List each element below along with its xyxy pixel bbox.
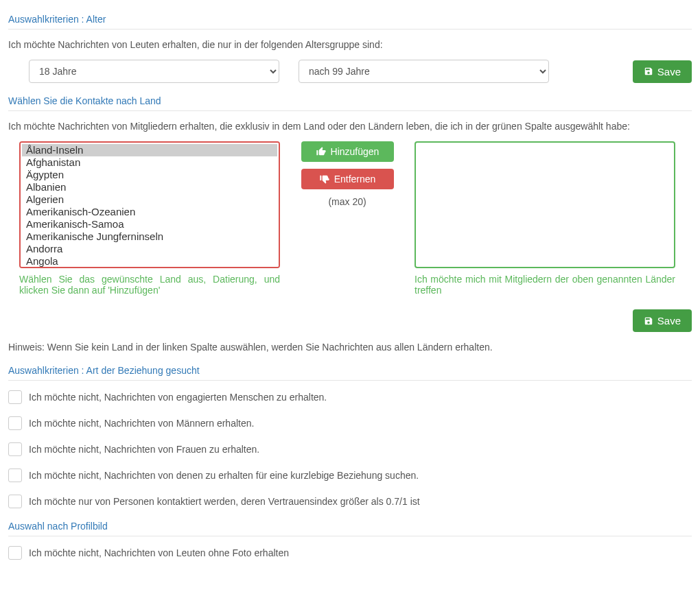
- checkbox-relation-1[interactable]: [8, 416, 22, 430]
- country-option[interactable]: Algerien: [22, 193, 277, 206]
- section-header-country: Wählen Sie die Kontakte nach Land: [8, 95, 692, 111]
- country-option[interactable]: Åland-Inseln: [22, 144, 277, 156]
- country-option[interactable]: Andorra: [22, 243, 277, 255]
- checkbox-label-relation-4: Ich möchte nur von Personen kontaktiert …: [29, 496, 420, 507]
- save-icon: [644, 67, 653, 76]
- country-option[interactable]: Amerikanisch-Ozeanien: [22, 206, 277, 218]
- country-option[interactable]: Anguilla: [22, 268, 277, 268]
- checkbox-label-relation-1: Ich möchte nicht, Nachrichten von Männer…: [29, 418, 254, 429]
- country-option[interactable]: Amerikanisch-Samoa: [22, 218, 277, 230]
- save-age-button[interactable]: Save: [633, 60, 692, 83]
- checkbox-relation-0[interactable]: [8, 390, 22, 404]
- checkbox-relation-3[interactable]: [8, 468, 22, 482]
- country-hint: Hinweis: Wenn Sie kein Land in der linke…: [8, 342, 692, 353]
- country-option[interactable]: Angola: [22, 255, 277, 268]
- checkbox-label-relation-0: Ich möchte nicht, Nachrichten von engagi…: [29, 392, 327, 403]
- save-label: Save: [657, 315, 681, 327]
- country-option[interactable]: Afghanistan: [22, 156, 277, 169]
- checkbox-label-relation-2: Ich möchte nicht, Nachrichten von Frauen…: [29, 444, 259, 455]
- checkbox-relation-2[interactable]: [8, 442, 22, 456]
- country-option[interactable]: Ägypten: [22, 169, 277, 181]
- age-description: Ich möchte Nachrichten von Leuten erhalt…: [8, 39, 692, 50]
- section-header-age: Auswahlkriterien : Alter: [8, 14, 692, 29]
- checkbox-relation-4[interactable]: [8, 495, 22, 508]
- max-countries-text: (max 20): [299, 196, 395, 207]
- checkbox-label-no-photo: Ich möchte nicht, Nachrichten von Leuten…: [29, 547, 289, 558]
- save-icon: [644, 316, 653, 326]
- selected-countries-list[interactable]: [415, 141, 675, 268]
- left-help-text: Wählen Sie das gewünschte Land aus, Dati…: [19, 274, 280, 296]
- add-country-button[interactable]: Hinzufügen: [301, 141, 394, 162]
- country-description: Ich möchte Nachrichten von Mitgliedern e…: [8, 121, 692, 132]
- available-countries-list[interactable]: Åland-InselnAfghanistanÄgyptenAlbanienAl…: [19, 141, 280, 268]
- country-option[interactable]: Albanien: [22, 181, 277, 193]
- add-label: Hinzufügen: [331, 146, 380, 157]
- section-header-relation: Auswahlkriterien : Art der Beziehung ges…: [8, 365, 692, 381]
- save-label: Save: [657, 66, 681, 78]
- checkbox-no-photo[interactable]: [8, 546, 22, 560]
- country-option[interactable]: Amerikanische Jungferninseln: [22, 230, 277, 243]
- checkbox-label-relation-3: Ich möchte nicht, Nachrichten von denen …: [29, 470, 419, 481]
- thumbs-up-icon: [316, 146, 327, 157]
- right-help-text: Ich möchte mich mit Mitgliedern der oben…: [415, 274, 675, 296]
- remove-country-button[interactable]: Entfernen: [301, 169, 394, 189]
- thumbs-down-icon: [319, 174, 330, 185]
- age-from-select[interactable]: 18 Jahre: [29, 60, 279, 83]
- age-to-select[interactable]: nach 99 Jahre: [299, 60, 549, 83]
- section-header-photo: Auswahl nach Profilbild: [8, 521, 692, 536]
- remove-label: Entfernen: [334, 174, 376, 185]
- save-country-button[interactable]: Save: [633, 309, 692, 332]
